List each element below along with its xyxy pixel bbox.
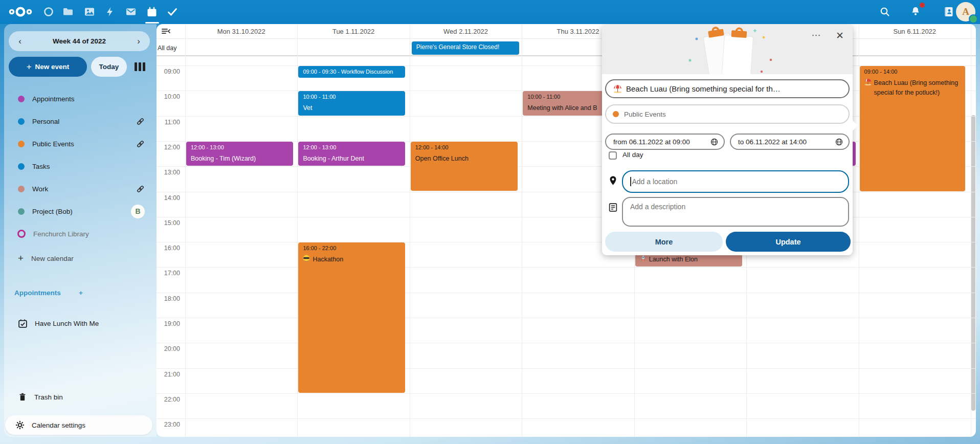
shared-avatar-badge: B [131, 205, 145, 218]
time-label: 17:00 [157, 270, 180, 277]
calendar-event[interactable]: 12:00 - 13:00Booking - Tim (Wizard) [186, 142, 293, 166]
new-event-button[interactable]: + New event [9, 57, 87, 77]
nextcloud-logo[interactable] [7, 4, 34, 19]
event-time: 12:00 - 13:00 [191, 144, 288, 150]
week-switcher: ‹ Week 44 of 2022 › [9, 31, 150, 51]
more-horizontal-icon[interactable]: ⋯ [809, 28, 824, 43]
calendar-dot-icon[interactable] [18, 141, 25, 147]
notification-badge [920, 3, 925, 8]
grid-column-line [297, 24, 298, 437]
calendar-event[interactable]: 12:00 - 14:00Open Office Lunch [411, 142, 518, 191]
hour-gridline [157, 368, 976, 369]
circle-app-icon[interactable] [41, 4, 56, 19]
calendar-name: Public Events [32, 140, 136, 148]
trash-bin[interactable]: Trash bin [9, 386, 152, 408]
files-icon[interactable] [60, 4, 76, 19]
rocket-emoji [640, 255, 647, 265]
calendar-dot-icon[interactable] [18, 96, 25, 102]
calendar-list-item[interactable]: Appointments [9, 88, 152, 109]
day-header: Wed 2.11.2022 [410, 26, 522, 37]
beach-umbrella-emoji [864, 78, 872, 88]
day-header: Tue 1.11.2022 [297, 26, 409, 37]
update-button[interactable]: Update [726, 232, 851, 252]
calendar-dot-icon[interactable] [18, 163, 25, 170]
today-button[interactable]: Today [91, 57, 127, 77]
vertical-scrollbar[interactable] [971, 115, 975, 411]
calendar-list-item[interactable]: Public Events [9, 133, 152, 154]
calendar-name: Personal [32, 118, 136, 125]
tasks-icon[interactable] [165, 4, 180, 19]
calendar-list-item[interactable]: Tasks [9, 156, 152, 177]
calendar-list-item[interactable]: Personal [9, 110, 152, 132]
calendar-event[interactable]: 09:00 - 14:00Beach Luau (Bring something… [860, 66, 965, 191]
calendar-event[interactable]: 09:00 - 09:30 - Workflow Discussion [298, 66, 405, 78]
calendar-name: Fenchurch Library [33, 230, 152, 238]
contacts-icon[interactable] [941, 4, 956, 19]
from-datetime-input[interactable]: from 06.11.2022 at 09:00 [605, 134, 725, 150]
to-datetime-input[interactable]: to 06.11.2022 at 14:00 [730, 134, 850, 150]
more-button[interactable]: More [605, 232, 723, 252]
timezone-globe-icon[interactable] [710, 138, 718, 146]
sunglasses-emoji [303, 255, 310, 265]
appointments-heading: Appointments [14, 289, 79, 297]
calendar-list-item[interactable]: Fenchurch Library [9, 223, 152, 245]
all-day-checkbox-label: All day [622, 151, 643, 159]
plus-icon: + [18, 253, 24, 264]
share-link-icon[interactable] [136, 140, 145, 148]
time-label: 18:00 [157, 295, 180, 302]
share-link-icon[interactable] [136, 117, 145, 126]
event-title-input[interactable]: Beach Luau (Bring something special for … [605, 79, 850, 98]
timezone-globe-icon[interactable] [835, 138, 843, 146]
all-day-label: All day [158, 45, 183, 52]
event-title: Beach Luau (Bring something special for … [864, 78, 961, 98]
calendar-event[interactable]: 10:00 - 11:00Vet [298, 91, 405, 115]
grid-column-line [859, 24, 859, 437]
calendar-dot-icon[interactable] [18, 208, 25, 215]
event-time: 16:00 - 22:00 [303, 245, 400, 251]
calendar-settings-button[interactable]: Calendar settings [5, 415, 152, 435]
close-icon[interactable]: ✕ [832, 28, 848, 43]
all-day-event[interactable]: Pierre's General Store Closed! [412, 41, 519, 55]
calendar-list-item[interactable]: Project (Bob)B [9, 201, 152, 222]
new-calendar-button[interactable]: + New calendar [9, 248, 152, 269]
time-label: 21:00 [157, 371, 180, 378]
description-input[interactable]: Add a description [622, 197, 849, 227]
event-title: Booking - Tim (Wizard) [191, 154, 288, 164]
hour-gridline [157, 116, 976, 117]
event-title: Launch with Elon [640, 255, 738, 265]
grid-column-line [522, 24, 522, 437]
nextcloud-calendar-app: A ‹ Week 44 of 2022 › + New event Today … [0, 0, 980, 444]
collapse-allday-icon[interactable] [161, 27, 171, 36]
photos-icon[interactable] [82, 4, 97, 19]
calendar-dot-icon[interactable] [18, 118, 25, 125]
search-icon[interactable] [877, 4, 893, 19]
calendar-name: Project (Bob) [32, 208, 131, 215]
share-link-icon[interactable] [136, 185, 145, 193]
chevron-right-icon[interactable]: › [132, 36, 145, 47]
notifications-bell-icon[interactable] [908, 4, 923, 19]
appointment-item-have-lunch-with-me[interactable]: Have Lunch With Me [9, 313, 152, 334]
hour-gridline [157, 418, 976, 419]
hour-gridline [157, 65, 976, 66]
location-input[interactable]: Add a location [622, 170, 849, 193]
add-appointment-icon[interactable]: + [79, 289, 143, 297]
calendar-list-item[interactable]: Work [9, 178, 152, 199]
calendar-select-value: Public Events [624, 110, 666, 118]
hour-gridline [157, 166, 976, 167]
sidebar: ‹ Week 44 of 2022 › + New event Today Ap… [4, 24, 157, 437]
calendar-ring-icon[interactable] [17, 230, 26, 238]
calendar-event[interactable]: 16:00 - 22:00Hackathon [298, 242, 405, 393]
trash-icon [18, 392, 27, 402]
calendar-dot-icon[interactable] [18, 186, 25, 192]
calendar-select[interactable]: Public Events [605, 104, 850, 124]
view-columns-icon[interactable] [133, 60, 146, 73]
time-label: 11:00 [157, 119, 180, 126]
activity-icon[interactable] [102, 4, 118, 19]
mail-icon[interactable] [123, 4, 139, 19]
chevron-left-icon[interactable]: ‹ [14, 36, 26, 47]
all-day-checkbox[interactable] [609, 151, 617, 160]
location-placeholder: Add a location [632, 177, 678, 186]
calendar-event[interactable]: 12:00 - 13:00Booking - Arthur Dent [298, 142, 405, 166]
grid-column-line [410, 24, 410, 437]
calendar-app-icon[interactable] [144, 4, 160, 19]
